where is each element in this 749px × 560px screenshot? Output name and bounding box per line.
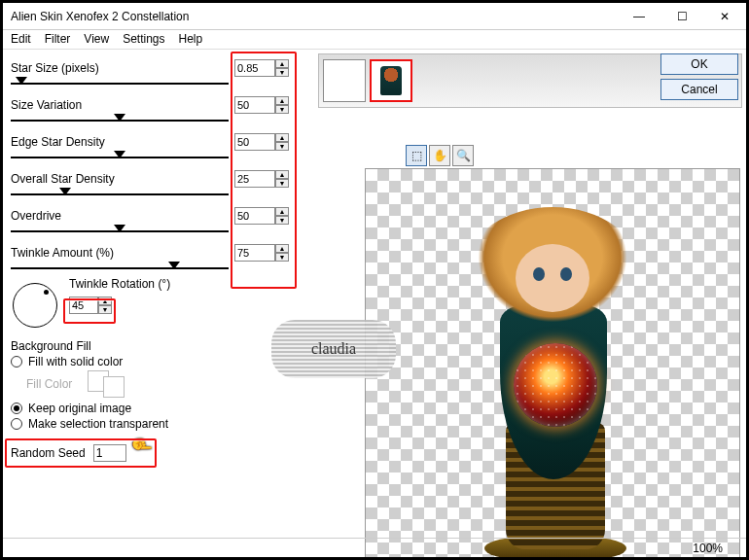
statusbar: 100%: [3, 538, 746, 557]
param-input-twinkle-amount[interactable]: [234, 244, 275, 262]
spin-down[interactable]: ▼: [275, 216, 289, 225]
fill-color-label: Fill Color: [26, 377, 72, 391]
tool-hand[interactable]: ✋: [429, 145, 450, 166]
spin-up[interactable]: ▲: [275, 96, 289, 105]
spin-down[interactable]: ▼: [275, 179, 289, 188]
slider-size-variation[interactable]: [11, 116, 229, 125]
fill-color-swatch-bg[interactable]: [103, 376, 125, 398]
bgfill-keep-radio[interactable]: Keep original image: [11, 402, 308, 415]
preset-thumb-selected[interactable]: [370, 59, 412, 102]
twinkle-rotation-label: Twinkle Rotation (°): [69, 277, 170, 291]
preview-image: [436, 197, 669, 560]
preview-canvas[interactable]: [365, 168, 740, 560]
bgfill-title: Background Fill: [11, 339, 308, 353]
param-label-twinkle-amount: Twinkle Amount (%): [11, 246, 234, 260]
spin-down[interactable]: ▼: [275, 105, 289, 114]
spin-up[interactable]: ▲: [275, 244, 289, 253]
menu-filter[interactable]: Filter: [45, 32, 71, 47]
spin-down[interactable]: ▼: [275, 253, 289, 262]
bgfill-keep-label: Keep original image: [28, 402, 131, 415]
marquee-icon: ⬚: [411, 149, 422, 162]
slider-overall-density[interactable]: [11, 190, 229, 199]
bgfill-transparent-label: Make selection transparent: [28, 417, 168, 431]
spin-down[interactable]: ▼: [275, 142, 289, 151]
spin-down[interactable]: ▼: [98, 305, 112, 314]
twinkle-rotation-dial[interactable]: [13, 283, 57, 328]
param-input-star-size[interactable]: [234, 59, 275, 77]
close-button[interactable]: ✕: [703, 3, 746, 29]
slider-star-size[interactable]: [11, 79, 229, 88]
bgfill-transparent-radio[interactable]: Make selection transparent: [11, 417, 308, 431]
zoom-level: 100%: [693, 542, 723, 555]
spin-up[interactable]: ▲: [275, 59, 289, 68]
param-input-overall-density[interactable]: [234, 170, 275, 188]
param-label-edge-density: Edge Star Density: [11, 135, 234, 149]
slider-twinkle-amount[interactable]: [11, 263, 229, 273]
param-input-size-variation[interactable]: [234, 96, 275, 114]
random-seed-label: Random Seed: [11, 446, 86, 460]
menu-edit[interactable]: Edit: [11, 32, 31, 47]
random-seed-input[interactable]: [93, 444, 126, 462]
menu-view[interactable]: View: [84, 32, 109, 47]
tool-zoom[interactable]: 🔍: [452, 145, 474, 166]
menubar: Edit Filter View Settings Help: [3, 30, 746, 50]
menu-help[interactable]: Help: [179, 32, 203, 47]
zoom-icon: 🔍: [456, 149, 471, 162]
param-label-overall-density: Overall Star Density: [11, 172, 234, 186]
tool-marquee[interactable]: ⬚: [406, 145, 427, 166]
menu-settings[interactable]: Settings: [123, 32, 164, 47]
param-label-size-variation: Size Variation: [11, 98, 234, 112]
titlebar: Alien Skin Xenofex 2 Constellation — ☐ ✕: [3, 3, 746, 30]
slider-overdrive[interactable]: [11, 227, 229, 236]
spin-up[interactable]: ▲: [275, 207, 289, 216]
cancel-button[interactable]: Cancel: [660, 79, 738, 100]
spin-down[interactable]: ▼: [275, 68, 289, 77]
param-label-overdrive: Overdrive: [11, 209, 234, 223]
preview-panel: OK Cancel ⬚ ✋ 🔍: [314, 50, 746, 538]
ok-button[interactable]: OK: [660, 53, 738, 75]
spin-up[interactable]: ▲: [98, 297, 112, 305]
hand-icon: ✋: [433, 149, 447, 162]
bgfill-solid-radio[interactable]: Fill with solid color: [11, 355, 308, 368]
spin-up[interactable]: ▲: [275, 170, 289, 179]
spin-up[interactable]: ▲: [275, 133, 289, 142]
slider-edge-density[interactable]: [11, 153, 229, 162]
maximize-button[interactable]: ☐: [660, 3, 703, 29]
minimize-button[interactable]: —: [618, 3, 660, 29]
param-input-edge-density[interactable]: [234, 133, 275, 151]
bgfill-solid-label: Fill with solid color: [28, 355, 123, 368]
param-label-star-size: Star Size (pixels): [11, 61, 234, 75]
controls-panel: Star Size (pixels) ▲▼ Size Variation ▲▼: [3, 50, 314, 538]
window-title: Alien Skin Xenofex 2 Constellation: [3, 10, 618, 23]
preset-thumb-blank[interactable]: [323, 59, 366, 102]
param-input-overdrive[interactable]: [234, 207, 275, 225]
twinkle-rotation-input[interactable]: [69, 297, 98, 314]
